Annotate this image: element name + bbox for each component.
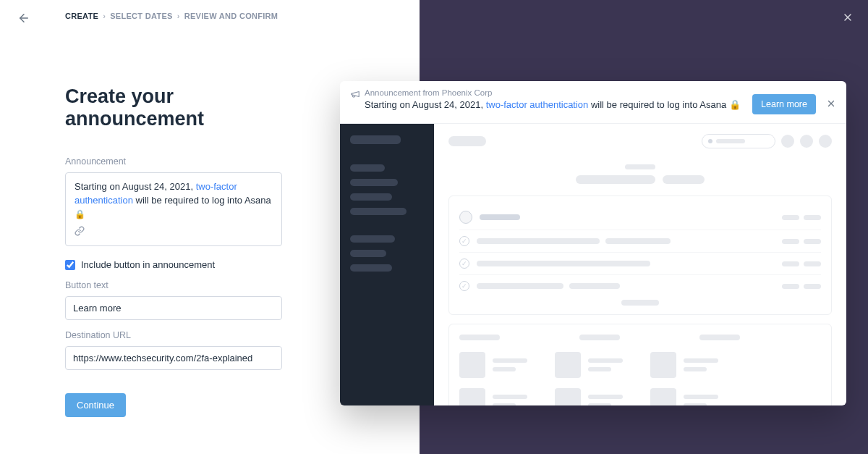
banner-from: Announcement from Phoenix Corp [365, 88, 741, 97]
link-icon[interactable] [75, 226, 273, 240]
search-placeholder [702, 134, 775, 148]
breadcrumb: CREATE › SELECT DATES › REVIEW AND CONFI… [65, 12, 391, 20]
avatar-placeholder [800, 135, 813, 148]
preview-sidebar [340, 124, 434, 405]
list-item [459, 205, 821, 230]
lock-icon: 🔒 [729, 99, 741, 110]
back-arrow[interactable] [17, 12, 30, 28]
preview-banner: Announcement from Phoenix Corp Starting … [340, 81, 846, 124]
list-item: ✓ [459, 252, 821, 274]
avatar-placeholder [819, 135, 832, 148]
breadcrumb-step-create[interactable]: CREATE [65, 12, 98, 20]
preview-main: ✓ ✓ ✓ [434, 124, 846, 405]
announcement-label: Announcement [65, 156, 282, 167]
preview-frame: Announcement from Phoenix Corp Starting … [340, 81, 846, 405]
button-text-input[interactable] [65, 296, 282, 320]
breadcrumb-step-select-dates[interactable]: SELECT DATES [110, 12, 173, 20]
list-item: ✓ [459, 274, 821, 297]
list-item: ✓ [459, 230, 821, 252]
breadcrumb-step-review[interactable]: REVIEW AND CONFIRM [184, 12, 278, 20]
page-title: Create your announcement [65, 85, 282, 130]
include-button-label: Include button in announcement [81, 259, 215, 270]
banner-text-link[interactable]: two-factor authentication [486, 99, 589, 110]
button-text-label: Button text [65, 280, 282, 290]
chevron-right-icon: › [177, 12, 180, 20]
avatar-placeholder [781, 135, 794, 148]
continue-button[interactable]: Continue [65, 393, 126, 417]
chevron-right-icon: › [103, 12, 106, 20]
announcement-text-prefix: Starting on August 24, 2021, [75, 181, 196, 192]
placeholder-bar [448, 136, 486, 146]
destination-url-label: Destination URL [65, 330, 282, 340]
close-icon[interactable] [842, 12, 854, 26]
lock-icon: 🔒 [75, 209, 85, 219]
check-circle-icon: ✓ [459, 258, 469, 269]
include-button-checkbox[interactable] [65, 260, 75, 270]
announcement-input[interactable]: Starting on August 24, 2021, two-factor … [65, 172, 282, 246]
megaphone-icon [350, 89, 360, 102]
banner-text: Starting on August 24, 2021, two-factor … [365, 99, 741, 110]
list-card: ✓ ✓ ✓ [448, 196, 832, 315]
announcement-text-suffix: will be required to log into Asana [133, 195, 271, 206]
banner-close-icon[interactable] [826, 98, 836, 111]
check-circle-icon: ✓ [459, 236, 469, 246]
avatar-icon [459, 211, 472, 224]
check-circle-icon: ✓ [459, 281, 469, 291]
grid-card [448, 324, 832, 405]
destination-url-input[interactable] [65, 346, 282, 370]
learn-more-button[interactable]: Learn more [752, 94, 816, 114]
